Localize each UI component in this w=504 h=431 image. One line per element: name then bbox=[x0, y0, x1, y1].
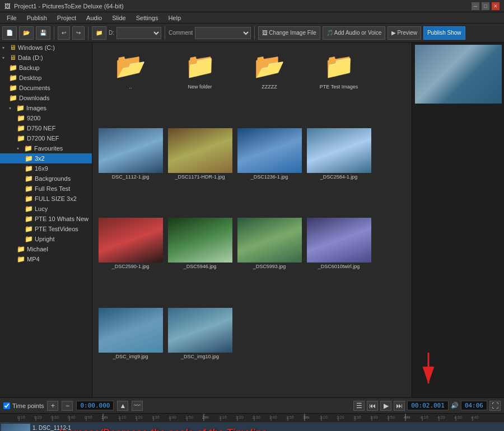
menu-publish[interactable]: Publish bbox=[22, 13, 52, 22]
list-item[interactable]: _DSC6010twirl.jpg bbox=[305, 216, 372, 303]
tree-item-backgrounds[interactable]: 📁 Backgrounds bbox=[0, 174, 92, 184]
publish-button[interactable]: Publish Show bbox=[423, 26, 465, 40]
svg-text:3m: 3m bbox=[303, 415, 309, 420]
tree-item-lucy[interactable]: 📁 Lucy bbox=[0, 204, 92, 214]
list-item[interactable]: _DSC1236-1.jpg bbox=[236, 126, 303, 214]
comment-select[interactable] bbox=[195, 27, 251, 39]
file-name: _DSC5993.jpg bbox=[253, 264, 286, 269]
file-name: DSC_1112-1.jpg bbox=[112, 174, 150, 180]
list-item[interactable]: _DSC_img9.jpg bbox=[97, 306, 164, 393]
remove-timepoint-button[interactable]: − bbox=[62, 401, 73, 411]
time-up-button[interactable]: ▲ bbox=[117, 401, 128, 411]
list-item[interactable]: _DSC2590-1.jpg bbox=[97, 216, 164, 303]
tree-item-upright[interactable]: 📁 Upright bbox=[0, 234, 92, 244]
drive-button[interactable]: 📁 bbox=[92, 26, 106, 40]
tree-item-downloads[interactable]: 📁 Downloads bbox=[0, 93, 92, 103]
menu-settings[interactable]: Settings bbox=[132, 13, 163, 22]
list-item[interactable]: 📂 .. bbox=[97, 47, 164, 124]
tree-item-full-size-3x2[interactable]: 📁 FULL SIZE 3x2 bbox=[0, 194, 92, 204]
maximize-button[interactable]: □ bbox=[482, 2, 489, 10]
drive-select[interactable] bbox=[116, 27, 161, 39]
image-thumbnail bbox=[99, 128, 163, 173]
list-item[interactable]: _DSC5946.jpg bbox=[166, 216, 234, 303]
folder-icon: 📁 bbox=[17, 124, 25, 132]
menu-slide[interactable]: Slide bbox=[108, 13, 130, 22]
tree-item-3x2[interactable]: 📁 3x2 bbox=[0, 153, 92, 163]
svg-text:3:30: 3:30 bbox=[353, 415, 361, 419]
add-audio-button[interactable]: 🎵 Add Audio or Voice bbox=[323, 26, 386, 40]
image-thumbnail bbox=[237, 218, 302, 263]
tree-item-windows-c[interactable]: ▾ 🖥 Windows (C:) bbox=[0, 43, 92, 53]
timeline-step-back[interactable]: ⏮ bbox=[367, 401, 378, 411]
minimize-button[interactable]: ─ bbox=[472, 2, 479, 10]
svg-text:1:50: 1:50 bbox=[185, 415, 193, 419]
svg-text:2:30: 2:30 bbox=[253, 415, 260, 419]
preview-button[interactable]: ▶ Preview bbox=[388, 26, 421, 40]
image-thumbnail bbox=[307, 128, 371, 173]
drive-icon: 🖥 bbox=[10, 44, 16, 51]
time-points-checkbox[interactable] bbox=[3, 402, 10, 409]
list-item[interactable]: 📂 ZZZZZ bbox=[236, 47, 303, 124]
menu-project[interactable]: Project bbox=[53, 13, 81, 22]
folder-icon: 📁 bbox=[25, 185, 33, 193]
list-item[interactable]: _DSC1171-HDR-1.jpg bbox=[166, 126, 234, 214]
tree-item-mp4[interactable]: 📁 MP4 bbox=[0, 254, 92, 264]
tree-item-michael[interactable]: 📁 Michael bbox=[0, 244, 92, 254]
image-thumbnail bbox=[168, 308, 232, 353]
drive-icon: 🖥 bbox=[10, 54, 16, 62]
list-item[interactable]: 📁 New folder bbox=[166, 47, 234, 124]
menu-file[interactable]: File bbox=[2, 13, 21, 22]
svg-text:4:40: 4:40 bbox=[471, 415, 479, 419]
tree-item-pte-testvideos[interactable]: 📁 PTE TestVideos bbox=[0, 224, 92, 234]
new-project-button[interactable]: 📄 bbox=[2, 26, 17, 40]
add-timepoint-button[interactable]: + bbox=[47, 401, 58, 411]
fullscreen-button[interactable]: ⛶ bbox=[489, 401, 501, 411]
tree-item-favourites[interactable]: ▾ 📁 Favourites bbox=[0, 143, 92, 153]
folder-icon: 📂 bbox=[254, 51, 285, 81]
change-image-button[interactable]: 🖼 Change Image File bbox=[258, 26, 320, 40]
tree-item-backup[interactable]: 📁 Backup bbox=[0, 63, 92, 73]
list-item[interactable]: 📁 PTE Test Images bbox=[305, 47, 372, 124]
preview-panel bbox=[412, 43, 504, 397]
menu-help[interactable]: Help bbox=[164, 13, 185, 22]
svg-text:4:30: 4:30 bbox=[454, 415, 462, 419]
tree-item-desktop[interactable]: 📁 Desktop bbox=[0, 73, 92, 83]
file-name: _DSC5946.jpg bbox=[184, 264, 217, 269]
open-button[interactable]: 📂 bbox=[19, 26, 34, 40]
folder-thumbnail: 📁 bbox=[316, 49, 361, 83]
tree-item-9200[interactable]: 📁 9200 bbox=[0, 113, 92, 123]
drive-label: D: bbox=[109, 30, 114, 36]
list-item[interactable]: _DSC2584-1.jpg bbox=[305, 126, 372, 214]
timeline-menu-button[interactable]: ☰ bbox=[353, 401, 365, 411]
wave-button[interactable]: 〰 bbox=[132, 401, 143, 411]
redo-button[interactable]: ↪ bbox=[72, 26, 85, 40]
list-item[interactable]: _DSC_img10.jpg bbox=[166, 306, 234, 393]
list-item[interactable]: DSC_1112-1.jpg bbox=[97, 126, 164, 214]
list-item[interactable]: _DSC5993.jpg bbox=[236, 216, 303, 303]
app-icon: 🖼 bbox=[4, 3, 11, 10]
tree-item-d7200[interactable]: 📁 D7200 NEF bbox=[0, 133, 92, 143]
tree-item-pte10[interactable]: 📁 PTE 10 Whats New bbox=[0, 214, 92, 224]
image-thumbnail bbox=[307, 218, 371, 263]
tree-item-d750[interactable]: 📁 D750 NEF bbox=[0, 123, 92, 133]
close-button[interactable]: ✕ bbox=[492, 2, 500, 10]
tree-item-16x9[interactable]: 📁 16x9 bbox=[0, 163, 92, 174]
svg-text:4m: 4m bbox=[404, 415, 410, 420]
timeline-play-button[interactable]: ▶ bbox=[380, 401, 391, 411]
folder-icon: 📁 bbox=[25, 205, 33, 213]
menu-audio[interactable]: Audio bbox=[82, 13, 106, 22]
tree-item-documents[interactable]: 📁 Documents bbox=[0, 83, 92, 93]
svg-text:0:30: 0:30 bbox=[51, 415, 59, 419]
save-button[interactable]: 💾 bbox=[36, 26, 50, 40]
timeline-step-fwd[interactable]: ⏭ bbox=[394, 401, 405, 411]
svg-text:3:20: 3:20 bbox=[337, 415, 344, 419]
tree-item-full-res[interactable]: 📁 Full Res Test bbox=[0, 184, 92, 194]
undo-button[interactable]: ↩ bbox=[58, 26, 70, 40]
tree-item-images[interactable]: ▾ 📁 Images bbox=[0, 103, 92, 113]
folder-icon: 📁 bbox=[25, 165, 33, 172]
svg-text:1:10: 1:10 bbox=[118, 415, 126, 419]
tree-item-data-d[interactable]: ▾ 🖥 Data (D:) bbox=[0, 53, 92, 63]
file-name: _DSC_img9.jpg bbox=[113, 354, 148, 359]
folder-thumbnail: 📁 bbox=[178, 49, 222, 83]
folder-icon: 📂 bbox=[115, 51, 146, 81]
